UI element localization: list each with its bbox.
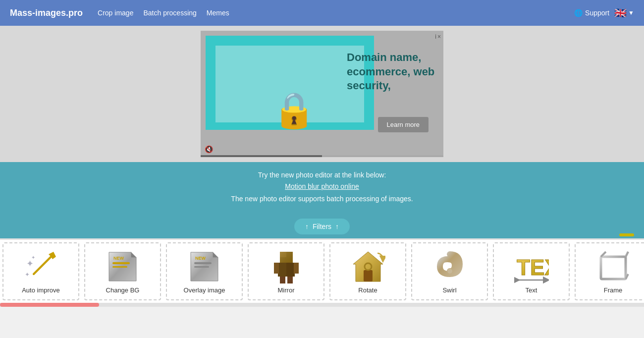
tool-text[interactable]: TEXT Text bbox=[493, 242, 570, 300]
header: Mass-images.pro Crop image Batch process… bbox=[0, 0, 644, 26]
info-line1: Try the new photo editor at the link bel… bbox=[10, 171, 634, 179]
swirl-label: Swirl bbox=[442, 286, 456, 294]
ad-banner: 🔒 Domain name, ecommerce, web security, … bbox=[0, 26, 644, 162]
svg-line-0 bbox=[34, 257, 51, 274]
chevron-down-icon: ▼ bbox=[628, 9, 634, 16]
ad-inner: 🔒 Domain name, ecommerce, web security, … bbox=[201, 31, 443, 157]
filters-button[interactable]: ↑ Filters ↑ bbox=[294, 219, 350, 234]
ad-learn-more-button[interactable]: Learn more bbox=[378, 117, 429, 132]
motion-blur-link[interactable]: Motion blur photo online bbox=[285, 182, 359, 190]
filters-arrow-up-right: ↑ bbox=[335, 223, 339, 230]
ad-mute-icon[interactable]: 🔇 bbox=[205, 145, 213, 153]
auto-improve-label: Auto improve bbox=[22, 286, 60, 294]
tool-auto-improve[interactable]: ✦ ✦ ✦ Auto improve bbox=[2, 242, 79, 300]
tool-swirl[interactable]: Swirl bbox=[411, 242, 488, 300]
ad-controls: i × bbox=[435, 33, 441, 40]
header-right: 🌐 Support 🇬🇧 ▼ bbox=[574, 7, 634, 19]
scroll-indicator bbox=[619, 233, 634, 236]
overlay-image-label: Overlay image bbox=[184, 286, 225, 294]
svg-text:NEW: NEW bbox=[195, 256, 206, 261]
site-logo[interactable]: Mass-images.pro bbox=[10, 8, 83, 18]
ad-info-icon[interactable]: i bbox=[435, 33, 436, 40]
flag-icon: 🇬🇧 bbox=[614, 7, 627, 19]
auto-improve-icon: ✦ ✦ ✦ bbox=[24, 249, 58, 284]
svg-rect-33 bbox=[601, 257, 626, 279]
language-selector[interactable]: 🇬🇧 ▼ bbox=[614, 7, 634, 19]
text-label: Text bbox=[526, 286, 537, 294]
filters-arrow-up-left: ↑ bbox=[305, 223, 309, 230]
nav-batch-processing[interactable]: Batch processing bbox=[143, 9, 196, 17]
mirror-icon bbox=[269, 249, 304, 284]
ad-lock-icon: 🔒 bbox=[272, 93, 316, 127]
support-link[interactable]: 🌐 Support bbox=[574, 9, 609, 17]
mirror-label: Mirror bbox=[278, 286, 295, 294]
svg-rect-14 bbox=[194, 266, 209, 268]
svg-point-28 bbox=[447, 269, 452, 274]
tool-overlay-image[interactable]: NEW Overlay image bbox=[166, 242, 243, 300]
tool-rotate[interactable]: Rotate bbox=[329, 242, 406, 300]
svg-rect-8 bbox=[112, 266, 127, 268]
ad-headline: Domain name, ecommerce, web security, bbox=[347, 51, 438, 93]
info-line2: The new photo editor supports batch proc… bbox=[10, 195, 634, 203]
bottom-scrollbar[interactable] bbox=[0, 303, 644, 307]
svg-marker-11 bbox=[213, 252, 218, 257]
overlay-image-icon: NEW bbox=[188, 249, 220, 284]
ad-progress-fill bbox=[201, 155, 322, 157]
scrollbar-thumb[interactable] bbox=[0, 303, 99, 307]
swirl-icon bbox=[432, 249, 467, 284]
tools-grid: ✦ ✦ ✦ Auto improve bbox=[0, 238, 644, 303]
svg-text:✦: ✦ bbox=[31, 255, 35, 260]
svg-rect-13 bbox=[194, 262, 212, 264]
svg-rect-23 bbox=[280, 252, 293, 263]
rotate-label: Rotate bbox=[358, 286, 377, 294]
filters-bar: ↑ Filters ↑ bbox=[0, 215, 644, 238]
filters-label: Filters bbox=[313, 223, 331, 230]
svg-text:NEW: NEW bbox=[113, 256, 124, 261]
svg-rect-25 bbox=[364, 270, 373, 282]
svg-marker-6 bbox=[131, 252, 136, 257]
svg-rect-19 bbox=[274, 263, 279, 274]
globe-icon: 🌐 bbox=[574, 9, 583, 17]
ad-text-area: Domain name, ecommerce, web security, bbox=[347, 51, 438, 93]
svg-rect-7 bbox=[112, 262, 130, 264]
svg-rect-20 bbox=[294, 263, 299, 274]
tool-change-bg[interactable]: NEW Change BG bbox=[84, 242, 161, 300]
change-bg-icon: NEW bbox=[107, 249, 139, 284]
main-nav: Crop image Batch processing Memes bbox=[98, 9, 574, 17]
ad-close-icon[interactable]: × bbox=[437, 33, 441, 40]
tool-frame[interactable]: Frame bbox=[575, 242, 644, 300]
svg-text:TEXT: TEXT bbox=[517, 255, 549, 280]
svg-rect-18 bbox=[278, 263, 286, 277]
nav-crop-image[interactable]: Crop image bbox=[98, 9, 133, 17]
info-banner: Try the new photo editor at the link bel… bbox=[0, 162, 644, 215]
rotate-icon bbox=[351, 249, 385, 284]
svg-rect-21 bbox=[280, 277, 285, 283]
nav-memes[interactable]: Memes bbox=[207, 9, 229, 17]
change-bg-label: Change BG bbox=[106, 286, 140, 294]
frame-icon bbox=[596, 249, 631, 284]
frame-label: Frame bbox=[604, 286, 623, 294]
tool-mirror[interactable]: Mirror bbox=[248, 242, 324, 300]
svg-text:✦: ✦ bbox=[26, 259, 34, 269]
ad-progress-bar bbox=[201, 155, 443, 157]
svg-rect-22 bbox=[287, 277, 293, 283]
svg-text:✦: ✦ bbox=[25, 271, 30, 278]
text-icon: TEXT bbox=[514, 249, 549, 284]
